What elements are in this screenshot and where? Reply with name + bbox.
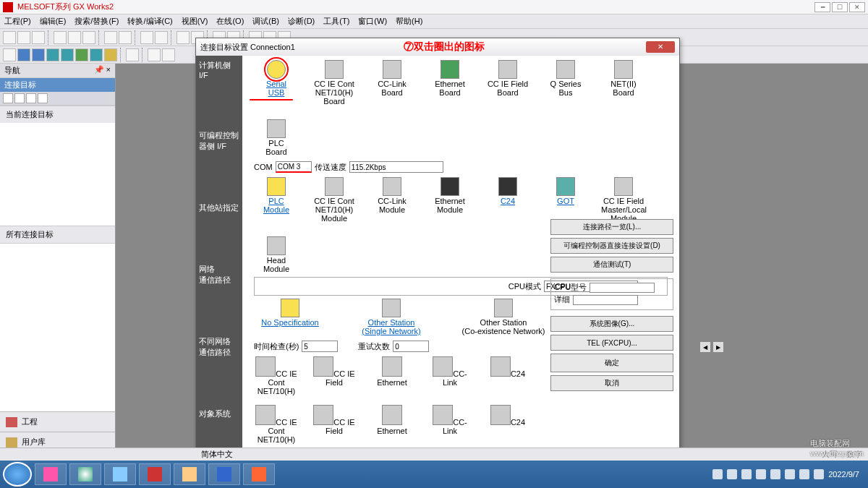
maximize-button[interactable]: ☐ (832, 2, 848, 12)
task-paint-icon[interactable] (174, 463, 205, 485)
tray-volume-icon[interactable] (799, 469, 809, 479)
menu-debug[interactable]: 调试(B) (252, 16, 279, 27)
sb-btn4-icon[interactable] (38, 93, 48, 103)
tb-yellow-icon[interactable] (104, 48, 117, 61)
diff-cc-link-icon[interactable]: CC-Link (427, 405, 472, 445)
details-input[interactable] (573, 295, 638, 305)
time-check-input[interactable] (302, 341, 338, 352)
tb-blue2-icon[interactable] (32, 48, 45, 61)
head-module-icon[interactable]: Head Module (254, 236, 299, 274)
cpu-type-input[interactable] (590, 283, 655, 293)
sys-img-button[interactable]: 系统图像(G)... (550, 316, 673, 332)
plc-board-icon[interactable]: PLC Board (254, 119, 299, 157)
tel-button[interactable]: TEL (FXCPU)... (550, 335, 673, 351)
cc-link-board-icon[interactable]: CC-Link Board (370, 60, 414, 106)
tray-icon[interactable] (785, 469, 795, 479)
net-cc-link-icon[interactable]: CC-Link (427, 356, 472, 396)
got-icon[interactable]: GOT (543, 177, 588, 223)
cc-ie-field-master-icon[interactable]: CC IE Field Master/Local Module (601, 177, 646, 223)
tb-paste-icon[interactable] (82, 31, 95, 44)
tray-icon[interactable] (770, 469, 780, 479)
minimize-button[interactable]: ━ (814, 2, 830, 12)
tb-dev2-icon[interactable] (61, 48, 74, 61)
scroll-left-icon[interactable]: ◀ (699, 341, 711, 353)
menu-search[interactable]: 搜索/替换(F) (75, 16, 119, 27)
net-c24-icon[interactable]: C24 (485, 356, 530, 396)
net-ethernet-icon[interactable]: Ethernet (370, 356, 414, 396)
task-explorer-icon[interactable] (104, 463, 136, 485)
tray-time[interactable]: 2022/9/7 (828, 470, 859, 479)
tray-icon[interactable] (756, 469, 766, 479)
menu-help[interactable]: 帮助(H) (396, 16, 422, 27)
panel-project[interactable]: 工程 (0, 411, 115, 432)
tb-blue1-icon[interactable] (17, 48, 30, 61)
menu-edit[interactable]: 编辑(E) (40, 16, 67, 27)
direct-set-button[interactable]: 可编程控制器直接连接设置(D) (550, 238, 673, 254)
cc-ie-field-board-icon[interactable]: CC IE Field Board (485, 60, 530, 106)
tb-copy-icon[interactable] (68, 31, 81, 44)
scroll-right-icon[interactable]: ▶ (712, 341, 724, 353)
tb-compile-icon[interactable] (176, 31, 190, 44)
retry-input[interactable] (393, 341, 429, 352)
cc-link-module-icon[interactable]: CC-Link Module (370, 177, 414, 223)
net-ii-board-icon[interactable]: NET(II) Board (601, 60, 646, 106)
tb-cut-icon[interactable] (54, 31, 67, 44)
diff-cc-ie-field-icon[interactable]: CC IE Field (312, 405, 357, 445)
baud-value[interactable] (349, 161, 443, 173)
task-chrome-icon[interactable] (69, 463, 101, 485)
comm-test-button[interactable]: 通信测试(T) (550, 257, 673, 273)
cancel-button[interactable]: 取消 (550, 375, 673, 391)
dialog-close-button[interactable]: ✕ (646, 41, 675, 53)
menu-diagnosis[interactable]: 诊断(D) (288, 16, 315, 27)
tb-undo-icon[interactable] (104, 31, 117, 44)
diff-cc-ie-cont-icon[interactable]: CC IE Cont NET/10(H) (254, 405, 299, 445)
other-station-coexist-icon[interactable]: Other Station (Co-existence Network) (456, 299, 550, 336)
sb-btn2-icon[interactable] (14, 93, 25, 103)
tb-green-icon[interactable] (75, 48, 88, 61)
tb-new-icon[interactable] (3, 31, 16, 44)
menu-compile[interactable]: 转换/编译(C) (127, 16, 172, 27)
plc-module-icon[interactable]: PLC Module (254, 177, 299, 223)
sb-btn1-icon[interactable] (3, 93, 13, 103)
tray-network-icon[interactable] (814, 469, 824, 479)
task-word-icon[interactable] (208, 463, 240, 485)
ethernet-module-icon[interactable]: Ethernet Module (427, 177, 472, 223)
tray-icon[interactable] (712, 469, 723, 479)
q-series-bus-icon[interactable]: Q Series Bus (543, 60, 588, 106)
net-cc-ie-cont-icon[interactable]: CC IE Cont NET/10(H) (254, 356, 299, 396)
system-tray[interactable]: 2022/9/7 (712, 469, 865, 479)
tray-icon[interactable] (727, 469, 737, 479)
tb-find-icon[interactable] (140, 31, 153, 44)
tb-open-icon[interactable] (17, 31, 30, 44)
ethernet-board-icon[interactable]: Ethernet Board (427, 60, 472, 106)
task-gxworks-icon[interactable] (139, 463, 171, 485)
pin-icon[interactable]: 📌 × (94, 65, 111, 76)
diff-ethernet-icon[interactable]: Ethernet (370, 405, 414, 445)
task-sogou-icon[interactable] (243, 463, 275, 485)
tb-save-icon[interactable] (32, 31, 45, 44)
task-snip-icon[interactable] (35, 463, 67, 485)
tb-upload-icon[interactable] (162, 48, 175, 61)
tb-replace-icon[interactable] (155, 31, 168, 44)
sb-btn3-icon[interactable] (26, 93, 36, 103)
tb-dev1-icon[interactable] (46, 48, 59, 61)
tb-download-icon[interactable] (148, 48, 161, 61)
other-station-single-icon[interactable]: Other Station (Single Network) (355, 299, 427, 336)
net-cc-ie-field-icon[interactable]: CC IE Field (312, 356, 357, 396)
tray-icon[interactable] (741, 469, 752, 479)
tb-param-icon[interactable] (126, 48, 139, 61)
ok-button[interactable]: 确定 (550, 354, 673, 372)
route-list-button[interactable]: 连接路径一览(L)... (550, 219, 673, 235)
sidebar-section-conn[interactable]: 连接目标 (0, 78, 115, 92)
menu-window[interactable]: 窗口(W) (358, 16, 387, 27)
start-button[interactable] (3, 462, 32, 487)
tb-dev3-icon[interactable] (90, 48, 103, 61)
tb-redo-icon[interactable] (119, 31, 132, 44)
com-value[interactable] (276, 161, 312, 173)
cc-ie-cont-board-icon[interactable]: CC IE Cont NET/10(H) Board (312, 60, 357, 106)
menu-project[interactable]: 工程(P) (4, 16, 31, 27)
sidebar-tree[interactable] (0, 243, 115, 411)
menu-view[interactable]: 视图(V) (182, 16, 208, 27)
tb-project-icon[interactable] (3, 48, 16, 61)
no-specification-icon[interactable]: No Specification (254, 299, 326, 336)
